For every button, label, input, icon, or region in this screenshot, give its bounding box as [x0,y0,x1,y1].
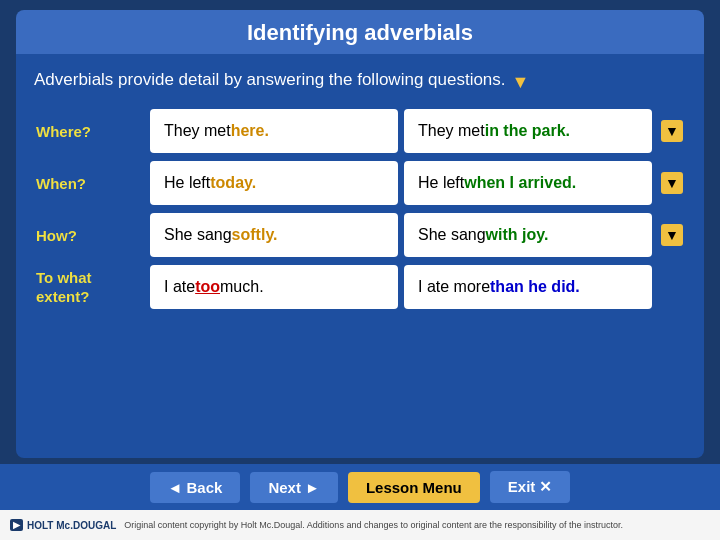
arrow-btn-how[interactable]: ▼ [661,224,683,246]
intro-label: Adverbials provide detail by answering t… [34,68,506,92]
cell-how-simple: She sang softly. [150,213,398,257]
cell-how-phrase-before: She sang [418,226,486,244]
label-extent: To what extent? [34,268,144,307]
main-content: Identifying adverbials Adverbials provid… [0,0,720,464]
cell-extent-simple-before: I ate [164,278,195,296]
holt-logo: ▶ HOLT Mc.DOUGAL [10,519,116,531]
cell-where-simple: They met here. [150,109,398,153]
cell-when-simple-highlight: today. [210,174,256,192]
cell-how-phrase: She sang with joy. [404,213,652,257]
cell-when-phrase: He left when I arrived. [404,161,652,205]
label-how: How? [34,227,144,244]
row-arrow-where: ▼ [658,120,686,142]
row-arrow-when: ▼ [658,172,686,194]
cell-where-phrase-before: They met [418,122,485,140]
cell-extent-simple: I ate too much. [150,265,398,309]
cell-how-simple-before: She sang [164,226,232,244]
arrow-btn-where[interactable]: ▼ [661,120,683,142]
cell-where-phrase-highlight: in the park. [485,122,570,140]
cell-when-simple: He left today. [150,161,398,205]
cell-where-phrase: They met in the park. [404,109,652,153]
cell-extent-simple-highlight: too [195,278,220,296]
cell-where-simple-highlight: here. [231,122,269,140]
intro-arrow-icon: ▼ [512,70,530,95]
cell-extent-phrase-before: I ate more [418,278,490,296]
cell-how-simple-highlight: softly. [232,226,278,244]
cell-extent-simple-after: much. [220,278,264,296]
cell-extent-phrase: I ate more than he did. [404,265,652,309]
back-button[interactable]: ◄ Back [150,472,241,503]
cell-when-phrase-before: He left [418,174,464,192]
exit-button[interactable]: Exit ✕ [490,471,571,503]
card: Adverbials provide detail by answering t… [16,54,704,458]
cell-when-phrase-highlight: when I arrived. [464,174,576,192]
cell-how-phrase-highlight: with joy. [486,226,549,244]
page-title: Identifying adverbials [16,20,704,46]
arrow-btn-when[interactable]: ▼ [661,172,683,194]
cell-extent-phrase-highlight: than he did. [490,278,580,296]
holt-brand-icon: ▶ [10,519,23,531]
label-when: When? [34,175,144,192]
adverbials-grid: Where? They met here. They met in the pa… [34,109,686,309]
intro-text: Adverbials provide detail by answering t… [34,68,686,95]
bottom-bar: ◄ Back Next ► Lesson Menu Exit ✕ [0,464,720,510]
label-where: Where? [34,123,144,140]
row-arrow-how: ▼ [658,224,686,246]
lesson-menu-button[interactable]: Lesson Menu [348,472,480,503]
cell-where-simple-before: They met [164,122,231,140]
footer-strip: ▶ HOLT Mc.DOUGAL Original content copyri… [0,510,720,540]
brand-label: HOLT Mc.DOUGAL [27,520,116,531]
title-bar: Identifying adverbials [16,10,704,54]
footer-copyright: Original content copyright by Holt Mc.Do… [124,520,623,530]
cell-when-simple-before: He left [164,174,210,192]
next-button[interactable]: Next ► [250,472,338,503]
